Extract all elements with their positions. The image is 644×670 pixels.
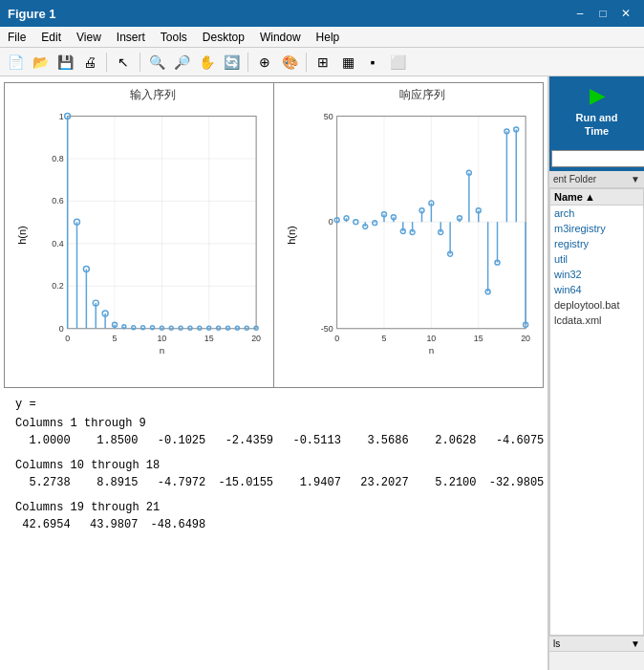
svg-text:0.4: 0.4 (52, 239, 63, 249)
data-cursor-button[interactable]: ⊕ (253, 51, 276, 74)
val-2-6: 23.2027 (347, 476, 409, 489)
left-y-label: h(n) (16, 226, 28, 245)
open-button[interactable]: 📂 (29, 51, 52, 74)
svg-text:10: 10 (426, 334, 436, 343)
scroll-area[interactable] (549, 651, 644, 670)
print-button[interactable]: 🖨 (78, 51, 101, 74)
col-header-2: Columns 10 through 18 (15, 459, 532, 472)
svg-text:20: 20 (521, 334, 530, 343)
cursor-button[interactable]: ↖ (112, 51, 135, 74)
ls-label: ls (553, 638, 560, 649)
right-chart: 响应序列 h(n) 50 0 -50 (274, 83, 543, 387)
col-header-1: Columns 1 through 9 (15, 417, 532, 430)
output-section-2: Columns 10 through 18 5.2738 8.8915 -4.7… (15, 459, 532, 489)
menu-view[interactable]: View (69, 27, 109, 47)
output-area: y = Columns 1 through 9 1.0000 1.8500 -0… (0, 390, 547, 670)
val-2-1: 5.2738 (15, 476, 71, 489)
file-deploytool[interactable]: deploytool.bat (550, 297, 643, 313)
val-3-1: 42.6954 (15, 518, 71, 531)
val-1-6: 3.5686 (347, 434, 409, 447)
menu-desktop[interactable]: Desktop (195, 27, 252, 47)
maximize-button[interactable]: □ (592, 5, 613, 22)
file-lcdata[interactable]: lcdata.xml (550, 313, 643, 328)
menu-window[interactable]: Window (252, 27, 309, 47)
name-col-header: Name (554, 191, 583, 203)
left-chart-title: 输入序列 (39, 87, 266, 103)
file-util[interactable]: util (550, 251, 643, 267)
menu-edit[interactable]: Edit (33, 27, 69, 47)
separator-1 (106, 53, 107, 72)
save-button[interactable]: 💾 (54, 51, 76, 74)
val-1-5: -0.5113 (279, 434, 341, 447)
val-1-2: 1.8500 (76, 434, 139, 447)
svg-text:0.8: 0.8 (52, 154, 63, 163)
val-1-7: 2.0628 (415, 434, 477, 447)
bottom-expand-icon: ▼ (631, 638, 640, 649)
hide-axes-button[interactable]: ⬜ (386, 51, 409, 74)
separator-4 (306, 53, 307, 72)
menu-tools[interactable]: Tools (153, 27, 195, 47)
values-row-3: 42.6954 43.9807 -48.6498 (15, 518, 532, 531)
svg-text:0: 0 (65, 334, 70, 343)
svg-text:15: 15 (204, 334, 214, 343)
svg-point-42 (151, 326, 155, 330)
rotate-button[interactable]: 🔄 (220, 51, 243, 74)
insert-legend-button[interactable]: ▪ (361, 51, 384, 74)
file-list: Name ▲ arch m3iregistry registry util wi… (549, 188, 644, 636)
val-2-8: -32.9805 (482, 476, 544, 489)
title-bar: Figure 1 – □ ✕ (0, 0, 644, 27)
svg-text:15: 15 (474, 334, 483, 343)
svg-point-40 (141, 326, 145, 330)
val-3-3: -48.6498 (143, 518, 205, 531)
run-time-button[interactable]: ▶ Run andTime (549, 76, 644, 146)
right-chart-svg: 50 0 -50 0 5 10 15 20 n (309, 105, 535, 363)
close-button[interactable]: ✕ (615, 5, 636, 22)
svg-text:0: 0 (59, 324, 64, 334)
new-button[interactable]: 📄 (4, 51, 27, 74)
figure-panel: 输入序列 h(n) (0, 76, 548, 670)
menu-help[interactable]: Help (309, 27, 348, 47)
svg-text:0.2: 0.2 (52, 281, 63, 291)
subplot-button[interactable]: ⊞ (311, 51, 334, 74)
left-chart-svg: 0 0.2 0.4 0.6 0.8 1 0 5 10 15 20 n (39, 105, 266, 363)
menu-insert[interactable]: Insert (109, 27, 153, 47)
file-win32[interactable]: win32 (550, 267, 643, 282)
right-chart-title: 响应序列 (309, 87, 535, 103)
file-win64[interactable]: win64 (550, 282, 643, 297)
svg-text:0: 0 (329, 217, 333, 227)
minimize-button[interactable]: – (569, 5, 590, 22)
toolbar: 📄 📂 💾 🖨 ↖ 🔍 🔎 ✋ 🔄 ⊕ 🎨 ⊞ ▦ ▪ ⬜ (0, 48, 644, 76)
separator-3 (247, 53, 248, 72)
brush-button[interactable]: 🎨 (278, 51, 301, 74)
output-prompt: y = (15, 398, 532, 411)
window-title: Figure 1 (8, 7, 569, 21)
file-arch[interactable]: arch (550, 205, 643, 221)
pan-button[interactable]: ✋ (195, 51, 218, 74)
svg-text:-50: -50 (321, 324, 333, 334)
main-area: 输入序列 h(n) (0, 76, 644, 670)
file-registry[interactable]: registry (550, 236, 643, 251)
separator-2 (140, 53, 140, 72)
menu-file[interactable]: File (0, 27, 33, 47)
svg-text:10: 10 (157, 334, 166, 343)
val-3-2: 43.9807 (76, 518, 139, 531)
zoom-out-button[interactable]: 🔎 (170, 51, 193, 74)
svg-text:1: 1 (59, 112, 64, 121)
bottom-bar: ls ▼ (549, 636, 644, 651)
zoom-in-button[interactable]: 🔍 (145, 51, 168, 74)
val-1-3: -0.1025 (143, 434, 205, 447)
val-1-1: 1.0000 (15, 434, 71, 447)
sort-icon: ▲ (585, 191, 595, 203)
output-section-1: Columns 1 through 9 1.0000 1.8500 -0.102… (15, 417, 532, 447)
insert-colorbar-button[interactable]: ▦ (336, 51, 359, 74)
folder-label-text: ent Folder (553, 174, 596, 184)
svg-text:5: 5 (113, 334, 118, 343)
charts-container: 输入序列 h(n) (4, 82, 544, 388)
val-2-4: -15.0155 (211, 476, 273, 489)
svg-text:n: n (160, 345, 164, 356)
file-m3iregistry[interactable]: m3iregistry (550, 221, 643, 236)
menu-bar: File Edit View Insert Tools Desktop Wind… (0, 27, 644, 48)
values-row-1: 1.0000 1.8500 -0.1025 -2.4359 -0.5113 3.… (15, 434, 532, 447)
folder-label: ent Folder ▼ (549, 171, 644, 188)
search-input[interactable] (551, 150, 644, 167)
